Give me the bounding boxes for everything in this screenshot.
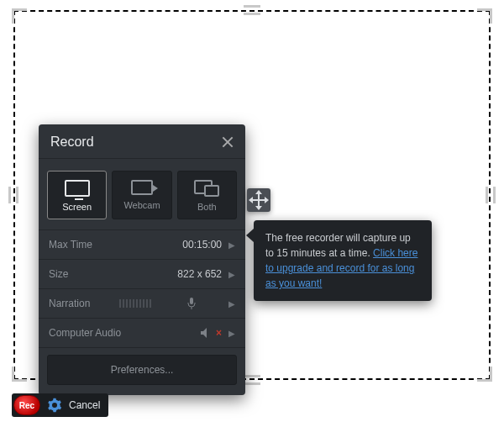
speaker-icon — [201, 328, 213, 338]
preferences-label: Preferences... — [111, 364, 174, 376]
option-computer-audio[interactable]: Computer Audio × ▶ — [39, 318, 245, 347]
chevron-right-icon: ▶ — [228, 240, 235, 250]
source-screen-button[interactable]: Screen — [47, 171, 107, 219]
option-size[interactable]: Size 822 x 652 ▶ — [39, 259, 245, 288]
chevron-right-icon: ▶ — [228, 299, 235, 309]
source-webcam-button[interactable]: Webcam — [112, 171, 171, 219]
option-narration[interactable]: Narration ▶ — [39, 288, 245, 318]
svg-rect-0 — [190, 298, 193, 304]
source-selector: Screen Webcam Both — [39, 159, 245, 229]
source-webcam-label: Webcam — [123, 200, 160, 210]
gear-icon[interactable] — [47, 398, 62, 413]
max-time-label: Max Time — [49, 239, 92, 251]
chevron-right-icon: ▶ — [228, 270, 235, 279]
record-panel: Record Screen Webcam Both Max Time 00:15… — [39, 124, 245, 395]
source-screen-label: Screen — [62, 202, 92, 212]
resize-handle-top-left[interactable] — [12, 8, 27, 24]
resize-handle-left[interactable] — [8, 187, 18, 203]
option-max-time[interactable]: Max Time 00:15:00 ▶ — [39, 229, 245, 259]
record-toolbar: Rec Cancel — [12, 393, 108, 417]
max-time-value: 00:15:00 — [182, 239, 222, 251]
record-button[interactable]: Rec — [13, 395, 40, 415]
muted-icon: × — [216, 327, 222, 339]
close-icon[interactable] — [222, 136, 234, 148]
resize-handle-bottom[interactable] — [244, 375, 260, 385]
resize-handle-top[interactable] — [244, 5, 260, 15]
record-button-label: Rec — [19, 401, 34, 410]
resize-handle-bottom-right[interactable] — [477, 367, 492, 382]
webcam-icon — [131, 180, 153, 195]
source-both-label: Both — [197, 202, 217, 212]
chevron-right-icon: ▶ — [228, 329, 235, 338]
size-value: 822 x 652 — [177, 268, 222, 280]
microphone-icon — [186, 298, 197, 309]
svg-marker-2 — [201, 328, 207, 338]
panel-header: Record — [39, 124, 245, 159]
resize-handle-bottom-left[interactable] — [12, 367, 27, 382]
panel-title: Record — [50, 135, 94, 150]
both-icon — [194, 180, 219, 197]
resize-handle-top-right[interactable] — [477, 8, 492, 24]
upgrade-tooltip: The free recorder will capture up to 15 … — [254, 220, 432, 301]
narration-label: Narration — [49, 298, 90, 309]
resize-handle-right[interactable] — [486, 187, 496, 203]
narration-level-meter — [119, 299, 151, 308]
computer-audio-label: Computer Audio — [49, 327, 121, 339]
move-handle[interactable] — [247, 188, 270, 212]
size-label: Size — [49, 268, 68, 280]
move-icon — [251, 193, 266, 208]
tooltip-tail — [246, 229, 254, 242]
preferences-button[interactable]: Preferences... — [47, 355, 237, 385]
source-both-button[interactable]: Both — [177, 171, 237, 219]
cancel-button[interactable]: Cancel — [69, 399, 103, 411]
screen-icon — [65, 180, 90, 197]
